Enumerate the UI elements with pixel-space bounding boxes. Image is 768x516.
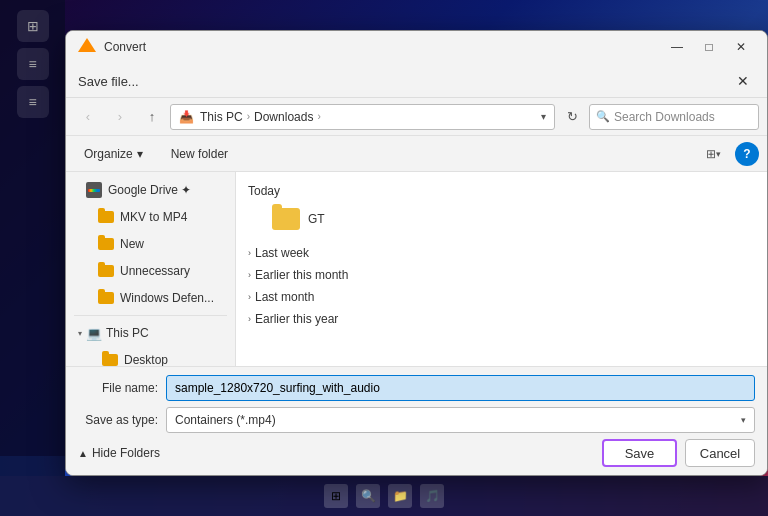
- group-earlier-this-year[interactable]: › Earlier this year: [248, 308, 755, 330]
- taskbar-icon-2: 🔍: [356, 484, 380, 508]
- help-button[interactable]: ?: [735, 142, 759, 166]
- sidebar-item-unnecessary[interactable]: Unnecessary: [70, 258, 231, 284]
- taskbar: ⊞ 🔍 📁 🎵: [0, 476, 768, 516]
- breadcrumb-this-pc: This PC: [200, 110, 243, 124]
- close-dialog-button[interactable]: ✕: [731, 69, 755, 93]
- file-item-gt[interactable]: GT: [264, 204, 755, 234]
- cancel-button[interactable]: Cancel: [685, 439, 755, 467]
- drive-icon: [86, 182, 102, 198]
- folder-windowsdef-icon: [98, 290, 114, 306]
- sidebar-label-unnecessary: Unnecessary: [120, 264, 190, 278]
- navigation-bar: ‹ › ↑ 📥 This PC › Downloads › ▾ ↻ 🔍 Sear…: [66, 98, 767, 136]
- group-last-week-label: Last week: [255, 246, 309, 260]
- file-name-label: File name:: [78, 381, 158, 395]
- main-panel: Today GT › Last week › Earlier this mont…: [236, 172, 767, 366]
- up-button[interactable]: ↑: [138, 104, 166, 130]
- save-type-row: Save as type: Containers (*.mp4) ▾: [78, 407, 755, 433]
- hide-folders-button[interactable]: ▲ Hide Folders: [78, 446, 160, 460]
- group-last-week[interactable]: › Last week: [248, 242, 755, 264]
- sidebar-group-this-pc[interactable]: ▾ 💻 This PC: [70, 320, 231, 346]
- view-chevron-icon: ▾: [716, 149, 721, 159]
- save-button[interactable]: Save: [602, 439, 677, 467]
- address-drive-icon: 📥: [179, 110, 194, 124]
- breadcrumb-sep-1: ›: [247, 111, 250, 122]
- hide-folders-label: Hide Folders: [92, 446, 160, 460]
- organize-chevron-icon: ▾: [137, 147, 143, 161]
- group-last-month-label: Last month: [255, 290, 314, 304]
- action-row: ▲ Hide Folders Save Cancel: [78, 439, 755, 467]
- organize-label: Organize: [84, 147, 133, 161]
- sidebar-item-google-drive[interactable]: Google Drive ✦: [70, 177, 231, 203]
- group-last-week-expand: ›: [248, 248, 251, 258]
- address-chevron-icon: ▾: [541, 111, 546, 122]
- sidebar-item-desktop[interactable]: Desktop: [70, 347, 231, 366]
- folder-new-icon: [98, 236, 114, 252]
- bottom-area: File name: Save as type: Containers (*.m…: [66, 366, 767, 475]
- taskbar-icon-1: ⊞: [324, 484, 348, 508]
- strip-icon-2: ≡: [17, 48, 49, 80]
- file-gt-label: GT: [308, 212, 325, 226]
- breadcrumb-sep-2: ›: [317, 111, 320, 122]
- save-type-label: Save as type:: [78, 413, 158, 427]
- minimize-button[interactable]: —: [663, 37, 691, 57]
- expand-icon-this-pc: ▾: [78, 329, 82, 338]
- strip-icon-1: ⊞: [17, 10, 49, 42]
- left-strip: ⊞ ≡ ≡: [0, 0, 65, 476]
- view-icon: ⊞: [706, 147, 716, 161]
- sidebar: Google Drive ✦ MKV to MP4 New Unnecessar…: [66, 172, 236, 366]
- sidebar-label-windows-def: Windows Defen...: [120, 291, 214, 305]
- view-button[interactable]: ⊞ ▾: [699, 141, 727, 167]
- sidebar-divider: [74, 315, 227, 316]
- content-area: Google Drive ✦ MKV to MP4 New Unnecessar…: [66, 172, 767, 366]
- save-type-dropdown[interactable]: Containers (*.mp4) ▾: [166, 407, 755, 433]
- hide-folders-icon: ▲: [78, 448, 88, 459]
- title-close-button[interactable]: ✕: [727, 37, 755, 57]
- save-type-wrapper: Containers (*.mp4) ▾: [166, 407, 755, 433]
- search-icon: 🔍: [596, 110, 610, 123]
- group-today: Today: [248, 180, 755, 204]
- forward-button[interactable]: ›: [106, 104, 134, 130]
- title-bar: Convert — □ ✕: [66, 31, 767, 63]
- group-earlier-month-expand: ›: [248, 270, 251, 280]
- sidebar-label-this-pc: This PC: [106, 326, 149, 340]
- this-pc-icon: 💻: [86, 326, 102, 341]
- breadcrumb-downloads: Downloads: [254, 110, 313, 124]
- sidebar-item-mkv[interactable]: MKV to MP4: [70, 204, 231, 230]
- sidebar-label-new: New: [120, 237, 144, 251]
- breadcrumb: This PC › Downloads ›: [200, 110, 321, 124]
- folder-gt-icon: [272, 208, 300, 230]
- taskbar-icon-3: 📁: [388, 484, 412, 508]
- new-folder-label: New folder: [171, 147, 228, 161]
- title-bar-left: Convert: [78, 38, 663, 56]
- new-folder-button[interactable]: New folder: [161, 141, 238, 167]
- window-title: Convert: [104, 40, 146, 54]
- folder-unnecessary-icon: [98, 263, 114, 279]
- file-name-input[interactable]: [166, 375, 755, 401]
- group-earlier-year-label: Earlier this year: [255, 312, 338, 326]
- taskbar-icon-4: 🎵: [420, 484, 444, 508]
- folder-mkv-icon: [98, 209, 114, 225]
- address-bar[interactable]: 📥 This PC › Downloads › ▾: [170, 104, 555, 130]
- search-box[interactable]: 🔍 Search Downloads: [589, 104, 759, 130]
- save-type-chevron-icon: ▾: [741, 415, 746, 425]
- save-file-title: Save file...: [78, 74, 139, 89]
- sidebar-item-new[interactable]: New: [70, 231, 231, 257]
- refresh-button[interactable]: ↻: [559, 104, 585, 130]
- group-last-month-expand: ›: [248, 292, 251, 302]
- group-earlier-month-label: Earlier this month: [255, 268, 348, 282]
- group-last-month[interactable]: › Last month: [248, 286, 755, 308]
- toolbar: Organize ▾ New folder ⊞ ▾ ?: [66, 136, 767, 172]
- maximize-button[interactable]: □: [695, 37, 723, 57]
- sidebar-label-google-drive: Google Drive ✦: [108, 183, 191, 197]
- vlc-icon: [78, 38, 96, 56]
- save-header: Save file... ✕: [66, 63, 767, 98]
- action-buttons: Save Cancel: [602, 439, 755, 467]
- title-controls: — □ ✕: [663, 37, 755, 57]
- sidebar-item-windows-def[interactable]: Windows Defen...: [70, 285, 231, 311]
- back-button[interactable]: ‹: [74, 104, 102, 130]
- group-today-label: Today: [248, 184, 280, 198]
- organize-button[interactable]: Organize ▾: [74, 141, 153, 167]
- sidebar-label-desktop: Desktop: [124, 353, 168, 366]
- file-name-row: File name:: [78, 375, 755, 401]
- group-earlier-this-month[interactable]: › Earlier this month: [248, 264, 755, 286]
